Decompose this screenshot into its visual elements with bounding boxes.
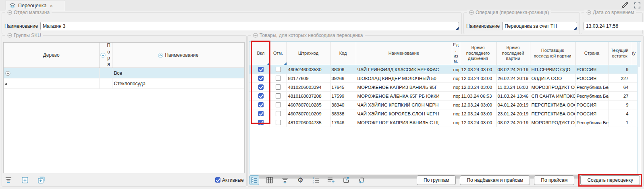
by-prices-button[interactable]: По прайсам [534, 175, 574, 185]
collapse-icon[interactable] [253, 33, 258, 38]
mark-checkbox[interactable] [276, 76, 281, 81]
list-view-icon[interactable] [249, 175, 259, 185]
table-row[interactable]: 4810206003394 17645 МОРОЖЕНОЕ КАПРИЗ ВАН… [249, 83, 637, 92]
col-header-country[interactable]: Страна [575, 42, 609, 65]
supplier-cell: СП САНТА ИМПЭКС БРЕСТ [530, 92, 575, 101]
last-move-cell: 11.03.24 06:53 [460, 92, 496, 101]
by-markups-prices-button[interactable]: По надбавкам и прайсам [460, 175, 530, 185]
store-name-input[interactable] [40, 22, 459, 30]
sort-asc-icon[interactable] [100, 53, 106, 58]
datetime-input[interactable] [584, 22, 644, 30]
tree-row[interactable]: Все [4, 68, 244, 78]
table-row[interactable]: 80177609 39266 ШОКОЛАД КИНДЕР МОЛОЧНЫЙ 5… [249, 74, 637, 83]
reload-transfer-icon[interactable] [357, 175, 366, 185]
last-batch-cell: 11.03.24 16:03 [496, 83, 530, 92]
active-checkbox[interactable] [215, 177, 220, 183]
collapse-icon[interactable] [586, 10, 591, 15]
col-header-barcode[interactable]: Штрихкод [287, 42, 330, 65]
incl-checkbox[interactable] [258, 102, 264, 107]
vertical-scrollbar[interactable] [637, 42, 641, 174]
mark-checkbox[interactable] [276, 93, 281, 99]
col-header-supplier[interactable]: Поставщик последней партии [530, 42, 575, 65]
last-move-cell: 12.03.24 03:00 [460, 83, 496, 92]
extra-cell [631, 109, 637, 118]
table-row[interactable]: 4607807010209 38338 ЧАЙ ХЭЙЛИС КОРОЛЕВ.С… [249, 109, 637, 118]
grid-view-icon[interactable] [265, 175, 274, 185]
table-row[interactable]: 4607807010285 38340 ЧАЙ ХЭЙЛИС КРЕПКИЙ С… [249, 101, 637, 109]
mark-checkbox[interactable] [276, 84, 281, 90]
col-header-last-batch[interactable]: Время последней партии [496, 42, 530, 65]
unit-cell: пор. [452, 101, 460, 109]
col-header-incl[interactable]: Вкл [252, 42, 270, 65]
col-header-unit[interactable]: Ед. изм. [452, 42, 460, 65]
extra-cell [631, 74, 637, 83]
by-groups-button[interactable]: По группам [417, 175, 456, 185]
filter-icon[interactable] [4, 175, 13, 185]
expand-plus-icon[interactable] [5, 70, 10, 76]
mark-checkbox[interactable] [276, 102, 281, 107]
table-row[interactable]: 4810206004735 17646 МОРОЖЕНОЕ КАПРИЗ ВАН… [249, 118, 637, 127]
panel-sku-groups: Группы SKU Дерево Поря [2, 35, 247, 187]
sort-asc-icon[interactable] [158, 53, 163, 58]
incl-cell [252, 109, 270, 118]
code-cell: 17645 [330, 83, 356, 92]
collapse-icon[interactable] [7, 10, 12, 15]
numbered-list-icon[interactable]: 1 2 3 [311, 175, 320, 185]
country-cell: Республика Беларусь [575, 92, 609, 101]
barcode-cell: 4810206004735 [287, 118, 330, 127]
unit-cell: пор. [452, 74, 460, 83]
col-header-mark[interactable]: Отм. [270, 42, 287, 65]
stock-cell: 1 [609, 118, 631, 127]
col-header-order[interactable]: Поря [99, 43, 112, 68]
code-cell: 38340 [330, 101, 356, 109]
filter-icon[interactable] [280, 175, 290, 185]
col-header-stock[interactable]: Текущий остаток [609, 42, 631, 65]
code-cell: 39266 [330, 74, 356, 83]
incl-checkbox[interactable] [258, 67, 264, 72]
settings-gear-icon[interactable]: ⚙ [295, 175, 305, 185]
col-header-last-move[interactable]: Время последнего движения [460, 42, 496, 65]
table-row[interactable]: 4605246003530 38006 ЧАЙ ГРИНФИЛД КЛАССИК… [249, 65, 637, 74]
mark-cell [270, 92, 287, 101]
mark-checkbox[interactable] [276, 67, 281, 72]
operation-name-input[interactable] [502, 22, 577, 30]
store-name-label: Наименование [4, 23, 38, 29]
active-filter[interactable]: Активные [215, 177, 244, 183]
stock-cell: 9 [609, 65, 631, 74]
incl-checkbox[interactable] [258, 111, 264, 116]
incl-checkbox[interactable] [258, 84, 264, 90]
section-title: Дата со временем [593, 10, 634, 15]
tab-title: Переоценка [18, 3, 46, 8]
col-header-extra[interactable]: (у [631, 42, 637, 65]
col-header-code[interactable]: Код [330, 42, 356, 65]
incl-checkbox[interactable] [258, 120, 264, 125]
pencil-icon[interactable] [621, 2, 629, 9]
incl-cell [252, 92, 270, 101]
create-revaluation-button[interactable]: Создать переоценку [580, 175, 640, 185]
collapse-icon[interactable] [469, 10, 474, 15]
incl-checkbox[interactable] [258, 93, 264, 99]
add-icon[interactable] [20, 175, 30, 185]
incl-cell [252, 83, 270, 92]
last-move-cell: 12.03.24 03:00 [460, 74, 496, 83]
fullscreen-icon[interactable] [634, 2, 641, 9]
tab-pereocenka[interactable]: Переоценка × [6, 0, 65, 11]
col-header-name[interactable]: Наименование [356, 42, 452, 65]
collapse-icon[interactable] [7, 33, 12, 38]
open-external-icon[interactable] [341, 175, 351, 185]
name-cell: ЧАЙ ГРИНФИЛД КЛАССИК БРЕКФАС [356, 65, 452, 74]
table-row[interactable]: 4810168037208 17599 МОРОЖЕНОЕ АЛЕНКА 65Г… [249, 92, 637, 101]
col-header-tree[interactable]: Дерево [4, 43, 99, 68]
list-add-icon[interactable] [326, 175, 336, 185]
mark-checkbox[interactable] [276, 111, 281, 116]
mark-checkbox[interactable] [276, 120, 281, 125]
incl-checkbox[interactable] [258, 76, 264, 81]
tree-row[interactable]: Стеклопосуда [4, 78, 244, 89]
last-batch-cell: 08.02.24 20:19 [496, 118, 530, 127]
last-move-cell: 12.03.24 03:00 [460, 109, 496, 118]
col-header-name[interactable]: Наименование [112, 43, 244, 68]
barcode-cell: 4607807010285 [287, 101, 330, 109]
barcode-cell: 4607807010209 [287, 109, 330, 118]
tab-close-icon[interactable]: × [50, 3, 53, 9]
add-child-icon[interactable] [37, 175, 46, 185]
